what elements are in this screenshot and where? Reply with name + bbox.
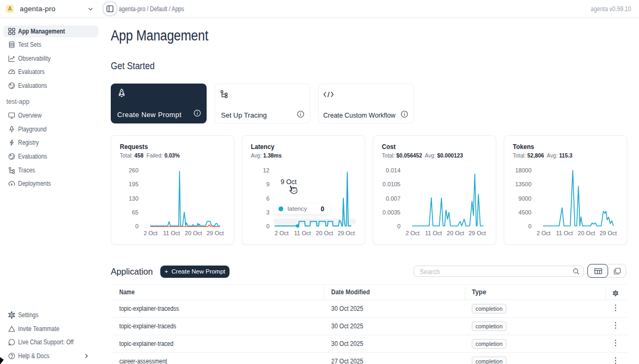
svg-text:0.014: 0.014 xyxy=(386,167,400,173)
svg-text:0: 0 xyxy=(135,223,138,229)
svg-text:9000: 9000 xyxy=(519,195,531,202)
svg-text:0: 0 xyxy=(528,223,531,229)
svg-text:13500: 13500 xyxy=(515,181,531,187)
svg-text:65: 65 xyxy=(132,209,138,216)
svg-text:29 Oct: 29 Oct xyxy=(207,230,224,236)
svg-text:12: 12 xyxy=(263,167,269,173)
svg-text:2 Oct: 2 Oct xyxy=(275,230,289,236)
svg-text:20 Oct: 20 Oct xyxy=(316,230,333,236)
svg-text:20 Oct: 20 Oct xyxy=(447,230,464,236)
svg-text:9: 9 xyxy=(266,181,269,187)
svg-text:0.0105: 0.0105 xyxy=(382,181,400,187)
svg-text:4500: 4500 xyxy=(519,209,531,216)
svg-text:29 Oct: 29 Oct xyxy=(600,230,617,236)
svg-text:11 Oct: 11 Oct xyxy=(425,230,442,236)
svg-text:130: 130 xyxy=(129,195,138,202)
svg-text:29 Oct: 29 Oct xyxy=(469,230,486,236)
svg-text:3: 3 xyxy=(266,209,269,216)
svg-text:0: 0 xyxy=(266,223,269,229)
svg-text:0.0035: 0.0035 xyxy=(382,209,400,216)
svg-text:0.007: 0.007 xyxy=(386,195,400,202)
svg-text:2 Oct: 2 Oct xyxy=(537,230,551,236)
svg-text:20 Oct: 20 Oct xyxy=(185,230,202,236)
svg-text:11 Oct: 11 Oct xyxy=(556,230,573,236)
svg-text:11 Oct: 11 Oct xyxy=(163,230,180,236)
svg-text:2 Oct: 2 Oct xyxy=(144,230,158,236)
svg-text:6: 6 xyxy=(266,195,269,202)
svg-text:20 Oct: 20 Oct xyxy=(578,230,595,236)
svg-text:2 Oct: 2 Oct xyxy=(406,230,420,236)
svg-text:0: 0 xyxy=(397,223,400,229)
svg-text:29 Oct: 29 Oct xyxy=(338,230,355,236)
svg-text:18000: 18000 xyxy=(515,167,531,173)
svg-text:11 Oct: 11 Oct xyxy=(294,230,311,236)
svg-text:195: 195 xyxy=(129,181,138,187)
svg-text:260: 260 xyxy=(129,167,138,173)
